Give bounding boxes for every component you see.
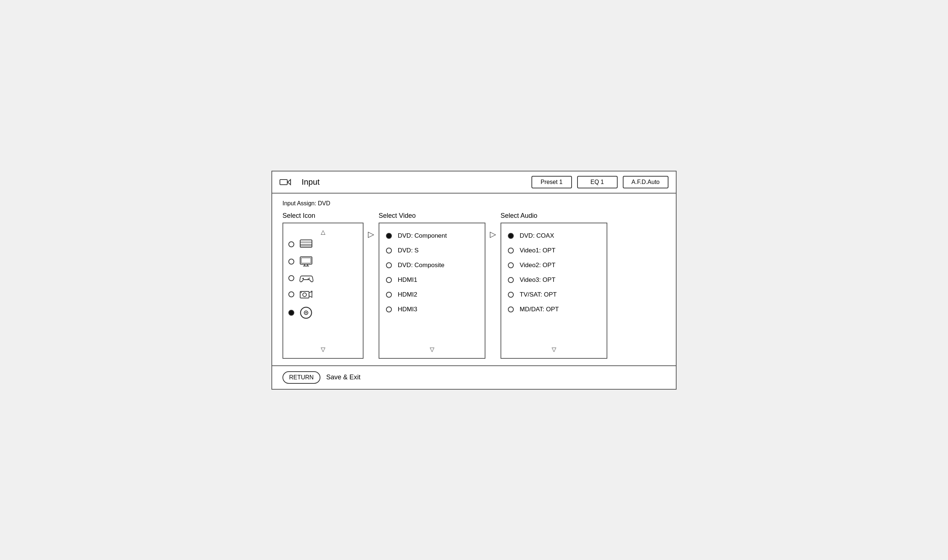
radio-camera[interactable] — [289, 291, 294, 297]
return-button[interactable]: RETURN — [283, 371, 320, 384]
radio-game[interactable] — [289, 275, 294, 281]
radio-dvd[interactable] — [289, 310, 294, 316]
video-option-row[interactable]: DVD: Component — [384, 228, 480, 243]
tv-icon — [300, 239, 313, 249]
radio-audio-0[interactable] — [508, 233, 514, 239]
video-option-label: HDMI3 — [398, 306, 417, 313]
footer-bar: RETURN Save & Exit — [272, 365, 676, 389]
svg-point-21 — [305, 312, 307, 314]
preset-button[interactable]: Preset 1 — [531, 176, 572, 188]
video-list-box: DVD: ComponentDVD: SDVD: CompositeHDMI1H… — [378, 223, 485, 359]
select-audio-section: Select Audio DVD: COAXVideo1: OPTVideo2:… — [500, 212, 607, 359]
video-option-row[interactable]: HDMI2 — [384, 288, 480, 302]
video-option-list: DVD: ComponentDVD: SDVD: CompositeHDMI1H… — [384, 227, 480, 345]
radio-video-4[interactable] — [386, 292, 392, 298]
radio-video-2[interactable] — [386, 262, 392, 268]
audio-option-row[interactable]: Video1: OPT — [506, 243, 601, 258]
select-audio-heading: Select Audio — [500, 212, 607, 220]
video-option-row[interactable]: HDMI1 — [384, 272, 480, 288]
main-panel: Input Preset 1 EQ 1 A.F.D.Auto Input Ass… — [272, 171, 676, 390]
video-option-label: HDMI1 — [398, 276, 417, 284]
video-option-label: HDMI2 — [398, 291, 417, 298]
icon-list-box: △ — [283, 223, 363, 359]
header-bar: Input Preset 1 EQ 1 A.F.D.Auto — [272, 171, 676, 194]
select-video-heading: Select Video — [378, 212, 485, 220]
icon-row-dvd[interactable] — [289, 306, 358, 319]
page-title: Input — [302, 177, 524, 187]
svg-point-14 — [308, 278, 309, 280]
icon-up-arrow[interactable]: △ — [289, 227, 358, 237]
video-option-label: DVD: S — [398, 247, 419, 254]
audio-option-row[interactable]: TV/SAT: OPT — [506, 288, 601, 302]
monitor-icon — [300, 256, 313, 267]
footer-action-label: Save & Exit — [326, 374, 361, 381]
input-icon — [279, 177, 293, 188]
icon-down-arrow[interactable]: ▽ — [289, 345, 358, 354]
radio-video-5[interactable] — [386, 306, 392, 312]
svg-point-13 — [309, 278, 310, 279]
radio-video-3[interactable] — [386, 277, 392, 283]
video-option-row[interactable]: DVD: Composite — [384, 258, 480, 272]
radio-audio-4[interactable] — [508, 292, 514, 298]
video-audio-arrow: ▷ — [485, 229, 500, 239]
radio-audio-5[interactable] — [508, 306, 514, 312]
main-content: Input Assign: DVD Select Icon △ — [272, 194, 676, 365]
icon-row-game[interactable] — [289, 274, 358, 283]
audio-option-label: Video1: OPT — [520, 247, 556, 254]
svg-rect-0 — [280, 180, 287, 185]
svg-point-17 — [301, 292, 302, 293]
select-icon-heading: Select Icon — [283, 212, 363, 220]
svg-point-16 — [303, 293, 306, 297]
assign-label: Input Assign: DVD — [283, 200, 665, 207]
radio-audio-2[interactable] — [508, 262, 514, 268]
header-buttons: Preset 1 EQ 1 A.F.D.Auto — [531, 176, 669, 188]
svg-rect-7 — [301, 258, 311, 263]
radio-video-1[interactable] — [386, 248, 392, 254]
audio-list-box: DVD: COAXVideo1: OPTVideo2: OPTVideo3: O… — [500, 223, 607, 359]
audio-option-row[interactable]: DVD: COAX — [506, 228, 601, 243]
video-down-arrow[interactable]: ▽ — [384, 345, 480, 354]
audio-option-label: DVD: COAX — [520, 232, 554, 240]
video-option-label: DVD: Composite — [398, 262, 445, 269]
afd-button[interactable]: A.F.D.Auto — [623, 176, 669, 188]
radio-tv[interactable] — [289, 242, 294, 247]
icon-video-arrow: ▷ — [363, 229, 378, 239]
audio-option-row[interactable]: Video3: OPT — [506, 272, 601, 288]
columns-row: Select Icon △ — [283, 212, 665, 359]
video-option-row[interactable]: DVD: S — [384, 243, 480, 258]
audio-option-list: DVD: COAXVideo1: OPTVideo2: OPTVideo3: O… — [506, 227, 601, 345]
svg-text:⚙: ⚙ — [310, 290, 313, 293]
audio-option-row[interactable]: Video2: OPT — [506, 258, 601, 272]
audio-option-row[interactable]: MD/DAT: OPT — [506, 302, 601, 317]
audio-down-arrow[interactable]: ▽ — [506, 345, 601, 354]
audio-option-label: Video3: OPT — [520, 276, 556, 284]
video-option-label: DVD: Component — [398, 232, 447, 240]
icon-row-monitor[interactable] — [289, 256, 358, 267]
select-icon-section: Select Icon △ — [283, 212, 363, 359]
radio-audio-3[interactable] — [508, 277, 514, 283]
video-option-row[interactable]: HDMI3 — [384, 302, 480, 317]
eq-button[interactable]: EQ 1 — [577, 176, 618, 188]
svg-marker-1 — [288, 180, 290, 185]
radio-monitor[interactable] — [289, 258, 294, 265]
icon-row-tv[interactable] — [289, 239, 358, 249]
icon-row-camera[interactable]: ⚙ — [289, 289, 358, 300]
dvd-icon — [300, 306, 313, 319]
audio-option-label: TV/SAT: OPT — [520, 291, 557, 298]
game-icon — [300, 274, 313, 283]
select-video-section: Select Video DVD: ComponentDVD: SDVD: Co… — [378, 212, 485, 359]
radio-audio-1[interactable] — [508, 248, 514, 254]
audio-option-label: MD/DAT: OPT — [520, 306, 559, 313]
radio-video-0[interactable] — [386, 233, 392, 239]
svg-rect-2 — [300, 240, 312, 247]
camera-icon: ⚙ — [300, 289, 313, 300]
icon-list: ⚙ — [289, 237, 358, 345]
audio-option-label: Video2: OPT — [520, 262, 556, 269]
